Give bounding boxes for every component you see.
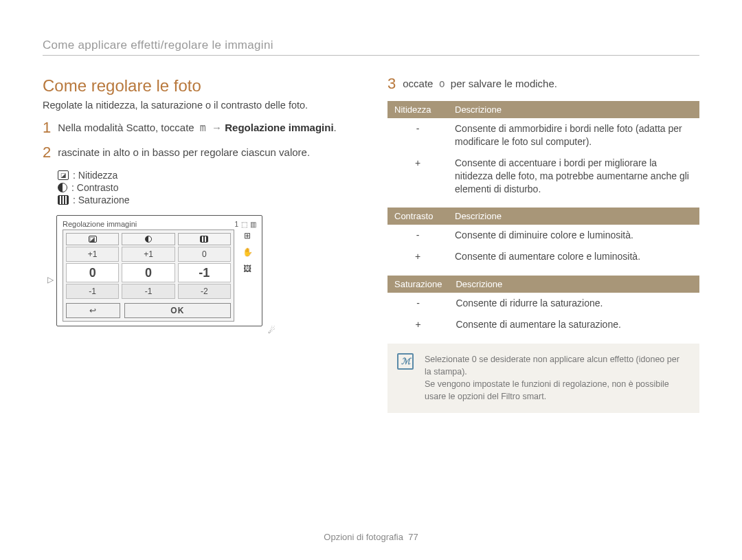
col-header-sharpness: ◪	[66, 233, 119, 245]
table-row: + Consente di accentuare i bordi per mig…	[387, 153, 699, 200]
breadcrumb: Come applicare effetti/regolare le immag…	[43, 38, 699, 56]
cell-top-0[interactable]: +1	[66, 247, 119, 262]
table-row: - Consente di ridurre la saturazione.	[387, 293, 699, 314]
device-title: Regolazione immagini	[63, 220, 234, 228]
side-icon-2[interactable]: 🖼	[243, 264, 251, 273]
side-icon-1[interactable]: ✋	[243, 247, 253, 257]
icon-item-nitidezza: ◪ : Nitidezza	[58, 170, 355, 181]
icon-item-saturazione: : Saturazione	[58, 194, 355, 205]
pointer-icon: ▷	[47, 275, 54, 284]
desc-sat-minus: Consente di ridurre la saturazione.	[449, 293, 699, 314]
table-saturazione: Saturazione Descrizione - Consente di ri…	[387, 276, 699, 335]
page-title: Come regolare le foto	[43, 76, 355, 96]
step-1-bold: Regolazione immagini	[225, 122, 333, 133]
note-line-1: Selezionate 0 se desiderate non applicar…	[425, 353, 688, 378]
sym-sat-minus: -	[387, 293, 449, 314]
table-contrasto: Contrasto Descrizione - Consente di dimi…	[387, 208, 699, 267]
cell-bot-0[interactable]: -1	[66, 284, 119, 299]
arrow-icon: →	[212, 122, 222, 133]
desc-nit-minus: Consente di ammorbidire i bordi nelle fo…	[448, 118, 699, 153]
table-nitidezza: Nitidezza Descrizione - Consente di ammo…	[387, 101, 699, 199]
sym-nit-plus: +	[387, 153, 448, 200]
side-icon-0[interactable]: ⊞	[244, 231, 251, 240]
cell-top-1[interactable]: +1	[122, 247, 175, 262]
th-desc-1: Descrizione	[448, 101, 699, 118]
step-3-post: per salvare le modiche.	[451, 78, 557, 89]
cell-bot-1[interactable]: -1	[122, 284, 175, 299]
device-status-num: 1	[234, 221, 238, 228]
step-number-1: 1	[43, 120, 51, 135]
table-row: + Consente di aumentare colore e luminos…	[387, 246, 699, 267]
th-saturazione: Saturazione	[387, 276, 449, 293]
table-row: - Consente di ammorbidire i bordi nelle …	[387, 118, 699, 153]
desc-nit-plus: Consente di accentuare i bordi per migli…	[448, 153, 699, 200]
cell-mid-1[interactable]: 0	[122, 263, 175, 282]
step-1-post: .	[334, 122, 337, 133]
portrait-icon: ⬚	[241, 221, 247, 228]
label-saturazione: Saturazione	[78, 194, 130, 205]
desc-con-minus: Consente di diminuire colore e luminosit…	[448, 225, 699, 246]
cell-bot-2[interactable]: -2	[178, 284, 231, 299]
step-1-text: Nella modalità Scatto, toccate m → Regol…	[58, 120, 337, 135]
label-contrasto: Contrasto	[77, 182, 119, 193]
saturation-icon	[58, 195, 69, 205]
step-number-2: 2	[43, 145, 51, 160]
desc-sat-plus: Consente di aumentare la saturazione.	[449, 314, 699, 335]
col-header-contrast	[122, 233, 175, 245]
footer-label: Opzioni di fotografia	[324, 532, 403, 542]
icon-item-contrasto: : Contrasto	[58, 182, 355, 193]
sym-sat-plus: +	[387, 314, 449, 335]
th-desc-2: Descrizione	[448, 208, 699, 225]
cell-mid-0[interactable]: 0	[66, 263, 119, 282]
contrast-icon	[58, 183, 67, 192]
cell-mid-2[interactable]: -1	[178, 263, 231, 282]
th-nitidezza: Nitidezza	[387, 101, 448, 118]
flash-auto-icon: ☄	[268, 326, 276, 335]
sharpness-icon: ◪	[58, 170, 69, 180]
th-contrasto: Contrasto	[387, 208, 448, 225]
note-icon: ℳ	[397, 353, 414, 370]
device-back-button[interactable]: ↩	[66, 303, 120, 318]
ok-inline-icon: o	[436, 77, 448, 91]
table-row: + Consente di aumentare la saturazione.	[387, 314, 699, 335]
footer-page: 77	[408, 532, 418, 542]
menu-icon: m	[197, 121, 209, 135]
note-box: ℳ Selezionate 0 se desiderate non applic…	[387, 344, 699, 413]
sym-con-plus: +	[387, 246, 448, 267]
intro-text: Regolate la nitidezza, la saturazione o …	[43, 100, 355, 111]
step-2-text: rascinate in alto o in basso per regolar…	[58, 145, 310, 160]
table-row: - Consente di diminuire colore e luminos…	[387, 225, 699, 246]
step-number-3: 3	[387, 76, 396, 91]
label-nitidezza: Nitidezza	[78, 170, 118, 181]
desc-con-plus: Consente di aumentare colore e luminosit…	[448, 246, 699, 267]
camera-screen-preview: ▷ Regolazione immagini 1 ⬚ ▥ ◪	[56, 215, 262, 326]
sym-nit-minus: -	[387, 118, 448, 153]
cell-top-2[interactable]: 0	[178, 247, 231, 262]
step-1-pre: Nella modalità Scatto, toccate	[58, 122, 194, 133]
battery-icon: ▥	[250, 221, 256, 228]
sym-con-minus: -	[387, 225, 448, 246]
step-3-pre: occate	[403, 78, 433, 89]
note-line-2: Se vengono impostate le funzioni di rego…	[425, 378, 688, 403]
step-3-text: occate o per salvare le modiche.	[403, 76, 557, 91]
page-footer: Opzioni di fotografia 77	[0, 532, 742, 542]
col-header-saturation	[178, 233, 231, 245]
th-desc-3: Descrizione	[449, 276, 699, 293]
device-ok-button[interactable]: OK	[124, 303, 231, 318]
